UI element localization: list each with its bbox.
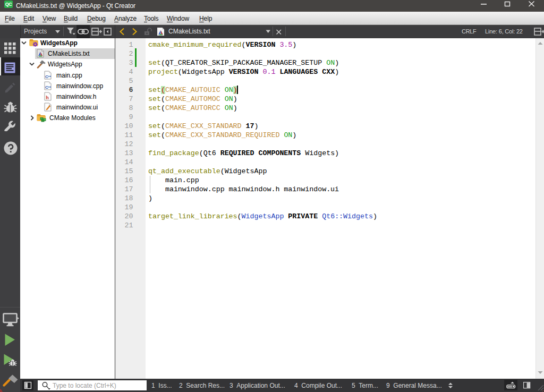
svg-text:C: C	[45, 74, 48, 79]
svg-text:h: h	[46, 95, 49, 100]
svg-text:C: C	[45, 84, 48, 89]
